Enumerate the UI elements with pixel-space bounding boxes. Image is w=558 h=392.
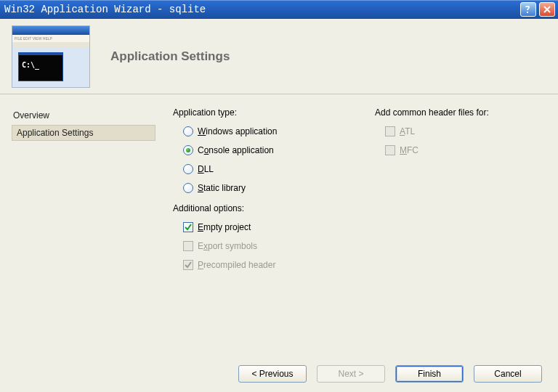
- checkbox-label: ATL: [400, 126, 415, 136]
- check-mfc: MFC: [375, 141, 489, 160]
- col-left: Application type: Windows application Co…: [173, 107, 355, 348]
- check-export-symbols: Export symbols: [173, 237, 355, 256]
- check-atl: ATL: [375, 122, 489, 141]
- col-right: Add common header files for: ATL MFC: [375, 107, 489, 348]
- radio-label: Windows application: [198, 126, 277, 136]
- next-button: Next >: [317, 365, 385, 383]
- label-common-headers: Add common header files for:: [375, 107, 489, 118]
- cancel-button[interactable]: Cancel: [474, 365, 542, 383]
- check-empty-project[interactable]: Empty project: [173, 218, 355, 237]
- checkbox-icon: [183, 241, 193, 251]
- radio-icon: [183, 164, 193, 174]
- close-icon: [543, 6, 551, 13]
- checkbox-label: Precompiled header: [198, 260, 275, 270]
- finish-button[interactable]: Finish: [395, 365, 464, 383]
- check-precompiled-header: Precompiled header: [173, 256, 355, 274]
- wizard-main: Application type: Windows application Co…: [167, 94, 558, 356]
- checkbox-label: Export symbols: [198, 241, 257, 251]
- titlebar-buttons: [520, 2, 555, 17]
- radio-windows-application[interactable]: Windows application: [173, 122, 355, 141]
- checkbox-icon: [183, 222, 193, 232]
- close-button[interactable]: [539, 2, 555, 17]
- help-icon: [525, 5, 532, 14]
- label-additional-options: Additional options:: [173, 203, 355, 213]
- checkbox-label: MFC: [400, 145, 418, 155]
- checkbox-icon: [385, 126, 395, 136]
- wizard-footer: < Previous Next > Finish Cancel: [0, 356, 558, 392]
- radio-console-application[interactable]: Console application: [173, 141, 355, 160]
- label-application-type: Application type:: [173, 107, 355, 118]
- wizard-header: FILE EDIT VIEW HELP C:\_ Application Set…: [0, 19, 558, 94]
- page-title: Application Settings: [110, 49, 230, 64]
- radio-label: Console application: [198, 145, 274, 155]
- radio-label: Static library: [198, 183, 246, 193]
- console-icon: C:\_: [22, 61, 39, 69]
- wizard-nav: Overview Application Settings: [0, 94, 167, 356]
- titlebar: Win32 Application Wizard - sqlite: [0, 0, 558, 19]
- radio-icon: [183, 126, 193, 136]
- radio-icon: [183, 183, 193, 193]
- help-button[interactable]: [520, 2, 536, 17]
- previous-button[interactable]: < Previous: [238, 365, 307, 383]
- radio-label: DLL: [198, 164, 214, 174]
- radio-static-library[interactable]: Static library: [173, 179, 355, 197]
- checkbox-label: Empty project: [198, 222, 251, 232]
- window-title: Win32 Application Wizard - sqlite: [4, 4, 520, 15]
- checkbox-icon: [183, 260, 193, 270]
- radio-icon: [183, 145, 193, 155]
- nav-item-overview[interactable]: Overview: [12, 107, 155, 123]
- wizard-banner-image: FILE EDIT VIEW HELP C:\_: [12, 25, 90, 88]
- wizard-content: Overview Application Settings Applicatio…: [0, 94, 558, 356]
- checkbox-icon: [385, 145, 395, 155]
- nav-item-application-settings[interactable]: Application Settings: [12, 125, 155, 141]
- radio-dll[interactable]: DLL: [173, 160, 355, 179]
